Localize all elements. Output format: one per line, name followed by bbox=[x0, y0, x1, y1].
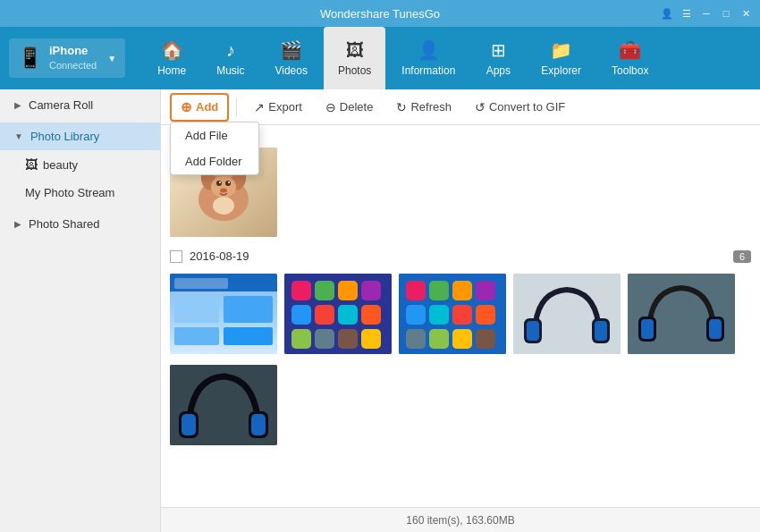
device-name: iPhone bbox=[49, 44, 97, 59]
sidebar-item-camera-roll[interactable]: ▶ Camera Roll bbox=[0, 91, 160, 119]
svg-point-12 bbox=[213, 197, 234, 215]
minimize-icon[interactable]: ─ bbox=[699, 6, 714, 21]
svg-rect-36 bbox=[452, 281, 472, 300]
add-file-label: Add File bbox=[185, 129, 228, 142]
photo-thumb-headphones-light[interactable] bbox=[513, 274, 621, 354]
photo-thumb-phone2[interactable] bbox=[399, 274, 506, 354]
music-icon: ♪ bbox=[226, 40, 235, 61]
svg-rect-22 bbox=[315, 281, 334, 300]
photo-thumb-screenshot[interactable] bbox=[170, 274, 277, 354]
dropdown-add-file[interactable]: Add File bbox=[171, 122, 258, 148]
photo-group-2-header: 2016-08-19 6 bbox=[170, 246, 751, 266]
photo-thumb-headphones-dark[interactable] bbox=[628, 274, 735, 354]
sidebar-item-photo-library[interactable]: ▼ Photo Library bbox=[0, 122, 160, 150]
title-bar: Wondershare TunesGo 👤 ☰ ─ □ ✕ bbox=[0, 0, 760, 27]
refresh-button[interactable]: ↻ Refresh bbox=[386, 95, 461, 120]
group-2-checkbox[interactable] bbox=[170, 250, 182, 263]
export-button-label: Export bbox=[268, 100, 302, 114]
maximize-icon[interactable]: □ bbox=[719, 6, 733, 21]
svg-rect-23 bbox=[338, 281, 358, 300]
tab-home[interactable]: 🏠 Home bbox=[143, 27, 200, 89]
svg-rect-42 bbox=[406, 329, 426, 349]
tab-apps-label: Apps bbox=[486, 64, 511, 77]
svg-rect-44 bbox=[452, 329, 472, 349]
convert-gif-button[interactable]: ↺ Convert to GIF bbox=[465, 95, 575, 120]
delete-button[interactable]: ⊖ Delete bbox=[316, 95, 384, 120]
refresh-button-label: Refresh bbox=[410, 100, 452, 114]
sidebar-item-beauty[interactable]: 🖼 beauty bbox=[0, 150, 160, 179]
sidebar-section-library: ▼ Photo Library 🖼 beauty My Photo Stream bbox=[0, 121, 160, 208]
device-dropdown-arrow[interactable]: ▼ bbox=[107, 54, 116, 63]
svg-rect-32 bbox=[361, 329, 381, 349]
status-text: 160 item(s), 163.60MB bbox=[406, 514, 514, 527]
svg-rect-17 bbox=[174, 327, 219, 345]
svg-rect-26 bbox=[315, 305, 334, 325]
device-icon: 📱 bbox=[18, 46, 42, 70]
export-icon: ↗ bbox=[254, 100, 265, 114]
delete-icon: ⊖ bbox=[325, 100, 336, 114]
delete-button-label: Delete bbox=[340, 100, 374, 114]
tab-videos[interactable]: 🎬 Videos bbox=[260, 27, 321, 89]
photos-area[interactable]: 1 bbox=[161, 125, 760, 507]
explorer-icon: 📁 bbox=[550, 39, 572, 61]
export-button[interactable]: ↗ Export bbox=[244, 95, 312, 120]
tab-videos-label: Videos bbox=[274, 64, 307, 77]
svg-rect-31 bbox=[338, 329, 358, 349]
svg-rect-39 bbox=[429, 305, 449, 325]
svg-rect-41 bbox=[476, 305, 495, 325]
svg-rect-43 bbox=[429, 329, 449, 349]
tab-information[interactable]: 👤 Information bbox=[387, 27, 469, 89]
svg-rect-37 bbox=[476, 281, 495, 300]
tab-toolbox[interactable]: 🧰 Toolbox bbox=[597, 27, 663, 89]
photo-icon: 🖼 bbox=[25, 157, 38, 172]
photos-icon: 🖼 bbox=[346, 40, 364, 61]
user-icon[interactable]: 👤 bbox=[660, 6, 674, 21]
svg-rect-16 bbox=[224, 296, 273, 323]
svg-rect-54 bbox=[641, 319, 654, 339]
photo-group-2: 2016-08-19 6 bbox=[170, 246, 751, 354]
status-bar: 160 item(s), 163.60MB bbox=[161, 507, 760, 532]
add-circle-icon: ⊕ bbox=[181, 99, 192, 115]
svg-point-7 bbox=[216, 181, 222, 186]
svg-point-11 bbox=[220, 189, 227, 193]
svg-rect-35 bbox=[429, 281, 449, 300]
sidebar-item-camera-roll-label: Camera Roll bbox=[29, 98, 93, 112]
group-2-date: 2016-08-19 bbox=[190, 249, 249, 263]
svg-rect-30 bbox=[315, 329, 334, 349]
svg-rect-50 bbox=[595, 321, 607, 341]
svg-rect-38 bbox=[406, 305, 426, 325]
add-button[interactable]: ⊕ Add bbox=[170, 93, 229, 122]
photos-grid-2 bbox=[170, 274, 751, 354]
group-2-header-left: 2016-08-19 bbox=[170, 249, 249, 263]
svg-rect-21 bbox=[291, 281, 311, 300]
tab-apps[interactable]: ⊞ Apps bbox=[471, 27, 525, 89]
device-status: Connected bbox=[49, 59, 97, 72]
toolbar: ⊕ Add Add File Add Folder ↗ Export ⊖ Del… bbox=[161, 89, 760, 125]
nav-bar: 📱 iPhone Connected ▼ 🏠 Home ♪ Music 🎬 Vi… bbox=[0, 27, 760, 89]
sidebar-item-my-photo-stream[interactable]: My Photo Stream bbox=[0, 179, 160, 207]
add-button-label: Add bbox=[196, 100, 218, 114]
tab-explorer[interactable]: 📁 Explorer bbox=[527, 27, 595, 89]
svg-rect-29 bbox=[291, 329, 311, 349]
tab-information-label: Information bbox=[401, 64, 455, 77]
svg-rect-49 bbox=[527, 321, 539, 341]
tab-music[interactable]: ♪ Music bbox=[202, 27, 258, 89]
tab-music-label: Music bbox=[216, 64, 244, 77]
sidebar-item-photo-library-label: Photo Library bbox=[30, 130, 99, 143]
chevron-right-icon2: ▶ bbox=[14, 219, 21, 229]
tab-toolbox-label: Toolbox bbox=[612, 64, 648, 77]
photo-thumb-phone1[interactable] bbox=[284, 274, 392, 354]
close-icon[interactable]: ✕ bbox=[739, 6, 753, 21]
device-info[interactable]: 📱 iPhone Connected ▼ bbox=[9, 38, 125, 77]
menu-icon[interactable]: ☰ bbox=[680, 6, 694, 21]
photo-thumb-headphones-large[interactable] bbox=[170, 365, 277, 445]
sidebar-item-photo-shared-label: Photo Shared bbox=[29, 217, 100, 231]
sidebar-section-camera: ▶ Camera Roll bbox=[0, 89, 160, 121]
dropdown-add-folder[interactable]: Add Folder bbox=[171, 148, 258, 174]
sidebar-item-photo-shared[interactable]: ▶ Photo Shared bbox=[0, 210, 160, 238]
tab-photos[interactable]: 🖼 Photos bbox=[324, 27, 385, 89]
svg-point-10 bbox=[228, 182, 230, 183]
information-icon: 👤 bbox=[418, 39, 440, 61]
sidebar: ▶ Camera Roll ▼ Photo Library 🖼 beauty M… bbox=[0, 89, 161, 532]
tab-photos-label: Photos bbox=[338, 64, 371, 77]
